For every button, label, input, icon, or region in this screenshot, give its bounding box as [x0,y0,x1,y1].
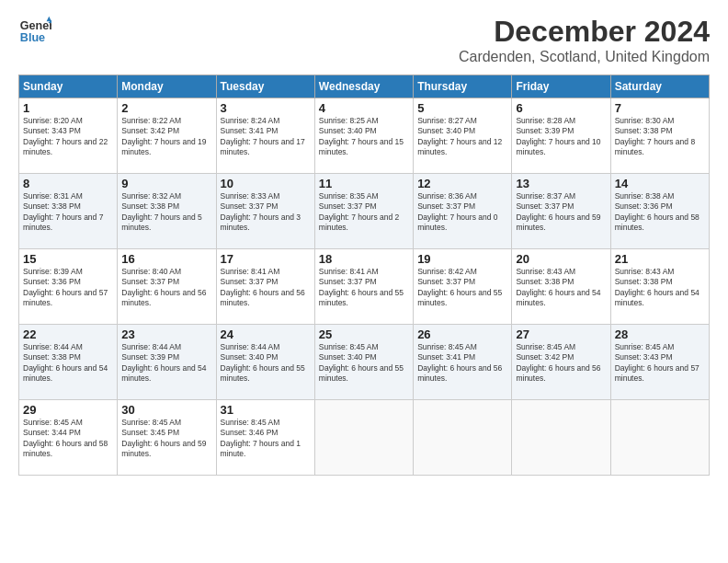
day-number: 23 [121,327,211,341]
day-number: 25 [319,327,409,341]
day-info: Sunrise: 8:45 AMSunset: 3:40 PMDaylight:… [319,342,409,385]
day-info: Sunrise: 8:36 AMSunset: 3:37 PMDaylight:… [417,191,507,234]
day-number: 18 [319,252,409,266]
header-thursday: Thursday [414,75,512,98]
header-wednesday: Wednesday [314,75,413,98]
calendar-day-cell: 17Sunrise: 8:41 AMSunset: 3:37 PMDayligh… [216,249,314,325]
day-info: Sunrise: 8:42 AMSunset: 3:37 PMDaylight:… [417,267,507,309]
day-info: Sunrise: 8:27 AMSunset: 3:40 PMDaylight:… [417,116,507,158]
day-info: Sunrise: 8:45 AMSunset: 3:44 PMDaylight:… [23,418,113,460]
day-info: Sunrise: 8:30 AMSunset: 3:38 PMDaylight:… [615,116,705,158]
header-tuesday: Tuesday [216,75,314,98]
day-number: 24 [221,327,311,341]
header-friday: Friday [512,75,610,98]
day-info: Sunrise: 8:20 AMSunset: 3:43 PMDaylight:… [23,116,113,158]
logo-icon: General Blue [18,15,51,48]
day-number: 13 [516,177,606,190]
calendar-day-cell [512,400,610,476]
header-saturday: Saturday [610,75,709,98]
day-number: 26 [417,327,507,341]
calendar-day-cell: 16Sunrise: 8:40 AMSunset: 3:37 PMDayligh… [118,249,216,325]
day-number: 16 [121,252,211,266]
day-info: Sunrise: 8:45 AMSunset: 3:42 PMDaylight:… [516,342,606,385]
day-info: Sunrise: 8:35 AMSunset: 3:37 PMDaylight:… [319,191,409,234]
day-info: Sunrise: 8:24 AMSunset: 3:41 PMDaylight:… [221,116,311,158]
day-info: Sunrise: 8:44 AMSunset: 3:39 PMDaylight:… [121,342,211,385]
calendar-day-cell: 18Sunrise: 8:41 AMSunset: 3:37 PMDayligh… [314,249,413,325]
day-number: 27 [516,327,606,341]
calendar-day-cell [314,400,413,476]
calendar-day-cell: 27Sunrise: 8:45 AMSunset: 3:42 PMDayligh… [512,325,610,400]
day-number: 22 [23,327,113,341]
day-number: 31 [221,403,311,417]
calendar-day-cell: 2Sunrise: 8:22 AMSunset: 3:42 PMDaylight… [118,98,216,174]
day-number: 15 [23,252,113,266]
day-info: Sunrise: 8:45 AMSunset: 3:41 PMDaylight:… [417,342,507,385]
day-info: Sunrise: 8:40 AMSunset: 3:37 PMDaylight:… [121,267,211,309]
day-info: Sunrise: 8:39 AMSunset: 3:36 PMDaylight:… [23,267,113,309]
calendar-week-row: 1Sunrise: 8:20 AMSunset: 3:43 PMDaylight… [19,98,710,174]
calendar-day-cell: 20Sunrise: 8:43 AMSunset: 3:38 PMDayligh… [512,249,610,325]
day-info: Sunrise: 8:33 AMSunset: 3:37 PMDaylight:… [221,191,311,234]
calendar-day-cell: 13Sunrise: 8:37 AMSunset: 3:37 PMDayligh… [512,174,610,249]
day-number: 30 [121,403,211,417]
day-number: 9 [121,177,211,190]
day-number: 20 [516,252,606,266]
day-number: 11 [319,177,409,190]
calendar-title: December 2024 [459,15,710,49]
calendar-table: SundayMondayTuesdayWednesdayThursdayFrid… [18,75,710,476]
day-info: Sunrise: 8:43 AMSunset: 3:38 PMDaylight:… [615,267,705,309]
day-info: Sunrise: 8:37 AMSunset: 3:37 PMDaylight:… [516,191,606,234]
calendar-page: General Blue December 2024 Cardenden, Sc… [0,0,728,563]
calendar-day-cell: 6Sunrise: 8:28 AMSunset: 3:39 PMDaylight… [512,98,610,174]
day-number: 21 [615,252,705,266]
calendar-day-cell: 29Sunrise: 8:45 AMSunset: 3:44 PMDayligh… [19,400,118,476]
calendar-week-row: 15Sunrise: 8:39 AMSunset: 3:36 PMDayligh… [19,249,710,325]
day-info: Sunrise: 8:44 AMSunset: 3:38 PMDaylight:… [23,342,113,385]
calendar-day-cell: 8Sunrise: 8:31 AMSunset: 3:38 PMDaylight… [19,174,118,249]
day-info: Sunrise: 8:28 AMSunset: 3:39 PMDaylight:… [516,116,606,158]
calendar-day-cell: 23Sunrise: 8:44 AMSunset: 3:39 PMDayligh… [118,325,216,400]
calendar-day-cell: 10Sunrise: 8:33 AMSunset: 3:37 PMDayligh… [216,174,314,249]
header-sunday: Sunday [19,75,118,98]
day-number: 8 [23,177,113,190]
calendar-day-cell: 12Sunrise: 8:36 AMSunset: 3:37 PMDayligh… [414,174,512,249]
day-number: 10 [221,177,311,190]
header: General Blue December 2024 Cardenden, Sc… [18,15,710,65]
svg-text:Blue: Blue [20,31,45,44]
day-info: Sunrise: 8:25 AMSunset: 3:40 PMDaylight:… [319,116,409,158]
day-info: Sunrise: 8:44 AMSunset: 3:40 PMDaylight:… [221,342,311,385]
day-number: 3 [221,101,311,115]
day-info: Sunrise: 8:45 AMSunset: 3:45 PMDaylight:… [121,418,211,460]
day-number: 17 [221,252,311,266]
day-number: 29 [23,403,113,417]
day-number: 5 [417,101,507,115]
calendar-day-cell [414,400,512,476]
day-info: Sunrise: 8:32 AMSunset: 3:38 PMDaylight:… [121,191,211,234]
day-info: Sunrise: 8:41 AMSunset: 3:37 PMDaylight:… [319,267,409,309]
calendar-day-cell: 14Sunrise: 8:38 AMSunset: 3:36 PMDayligh… [610,174,709,249]
calendar-day-cell: 31Sunrise: 8:45 AMSunset: 3:46 PMDayligh… [216,400,314,476]
calendar-week-row: 8Sunrise: 8:31 AMSunset: 3:38 PMDaylight… [19,174,710,249]
day-number: 2 [121,101,211,115]
day-info: Sunrise: 8:41 AMSunset: 3:37 PMDaylight:… [221,267,311,309]
day-info: Sunrise: 8:43 AMSunset: 3:38 PMDaylight:… [516,267,606,309]
title-block: December 2024 Cardenden, Scotland, Unite… [459,15,710,65]
day-number: 19 [417,252,507,266]
day-info: Sunrise: 8:22 AMSunset: 3:42 PMDaylight:… [121,116,211,158]
calendar-day-cell: 19Sunrise: 8:42 AMSunset: 3:37 PMDayligh… [414,249,512,325]
calendar-day-cell: 4Sunrise: 8:25 AMSunset: 3:40 PMDaylight… [314,98,413,174]
day-number: 12 [417,177,507,190]
day-info: Sunrise: 8:45 AMSunset: 3:43 PMDaylight:… [615,342,705,385]
calendar-day-cell [610,400,709,476]
day-info: Sunrise: 8:31 AMSunset: 3:38 PMDaylight:… [23,191,113,234]
calendar-day-cell: 5Sunrise: 8:27 AMSunset: 3:40 PMDaylight… [414,98,512,174]
day-number: 14 [615,177,705,190]
calendar-day-cell: 21Sunrise: 8:43 AMSunset: 3:38 PMDayligh… [610,249,709,325]
calendar-day-cell: 11Sunrise: 8:35 AMSunset: 3:37 PMDayligh… [314,174,413,249]
calendar-day-cell: 28Sunrise: 8:45 AMSunset: 3:43 PMDayligh… [610,325,709,400]
day-number: 1 [23,101,113,115]
calendar-day-cell: 26Sunrise: 8:45 AMSunset: 3:41 PMDayligh… [414,325,512,400]
logo: General Blue [18,15,55,48]
calendar-week-row: 29Sunrise: 8:45 AMSunset: 3:44 PMDayligh… [19,400,710,476]
